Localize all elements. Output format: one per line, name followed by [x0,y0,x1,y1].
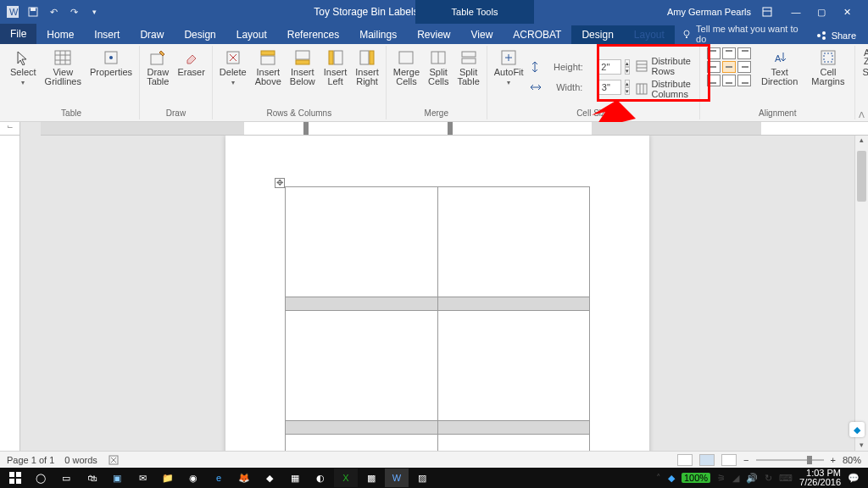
width-value[interactable]: 3" [602,82,610,92]
insert-right-button[interactable]: Insert Right [352,47,382,107]
word-taskbar-icon[interactable]: W [385,469,409,487]
table-row[interactable] [286,187,590,297]
tab-home[interactable]: Home [36,25,84,44]
keyboard-icon[interactable]: ⌨ [779,473,793,484]
tab-review[interactable]: Review [407,25,460,44]
redo-icon[interactable]: ↷ [68,6,80,18]
task-view-icon[interactable]: ▭ [54,469,78,487]
align-middle-left[interactable] [707,61,721,73]
zoom-slider[interactable] [756,459,824,461]
width-down[interactable]: ▾ [625,87,630,95]
width-up[interactable]: ▴ [625,80,630,87]
vertical-scrollbar[interactable]: ▴ ▾ [854,136,868,454]
zoom-level[interactable]: 80% [843,455,861,465]
ribbon-options-icon[interactable] [761,6,773,18]
explorer-icon[interactable]: 📁 [156,469,180,487]
insert-below-button[interactable]: Insert Below [287,47,319,107]
spellcheck-icon[interactable] [108,454,120,466]
share-button[interactable]: Share [804,27,868,44]
split-cells-button[interactable]: Split Cells [425,47,452,107]
scroll-thumb[interactable] [857,151,866,202]
align-top-left[interactable] [707,47,721,59]
tab-file[interactable]: File [0,24,36,44]
firefox-icon[interactable]: 🦊 [232,469,256,487]
close-button[interactable]: ✕ [834,0,860,24]
app5-icon[interactable]: ▩ [359,469,383,487]
clock-date[interactable]: 7/26/2016 [799,478,841,487]
word-count[interactable]: 0 words [64,455,97,465]
web-layout-button[interactable] [721,454,737,466]
app4-icon[interactable]: ◐ [309,469,332,487]
app2-icon[interactable]: ◆ [258,469,281,487]
tell-me[interactable]: Tell me what you want to do [682,24,804,44]
height-value[interactable]: 2" [601,62,609,72]
autofit-button[interactable]: AutoFit▾ [491,47,527,107]
maximize-button[interactable]: ▢ [809,0,834,24]
merge-cells-button[interactable]: Merge Cells [390,47,423,107]
collapse-ribbon-icon[interactable]: ᐱ [859,110,865,119]
tab-design[interactable]: Design [174,25,225,44]
eraser-button[interactable]: Eraser [174,47,208,107]
split-table-button[interactable]: Split Table [453,47,482,107]
wifi-icon[interactable]: ◢ [732,473,739,484]
tab-view[interactable]: View [461,25,504,44]
teamviewer-badge[interactable]: ◆ [849,422,865,437]
table-row[interactable] [286,311,590,421]
tab-insert[interactable]: Insert [84,25,130,44]
text-direction-button[interactable]: AText Direction [758,47,801,88]
ruler-vertical[interactable] [0,136,20,454]
height-spinner[interactable]: Height: 2" ▴▾ [529,58,632,75]
chrome-icon[interactable]: ◉ [181,469,205,487]
zoom-in-button[interactable]: + [831,455,836,465]
store-icon[interactable]: 🛍 [80,469,103,487]
notifications-icon[interactable]: 💬 [848,473,860,484]
document-canvas[interactable]: ✥ [20,136,854,454]
tab-layout[interactable]: Layout [226,25,277,44]
start-button[interactable] [3,469,27,487]
tab-table-layout[interactable]: Layout [624,25,675,44]
user-name[interactable]: Amy German Pearls [667,7,751,17]
minimize-button[interactable]: — [783,0,809,24]
cell-margins-button[interactable]: Cell Margins [808,47,848,88]
save-icon[interactable] [27,6,39,18]
height-up[interactable]: ▴ [625,59,630,67]
tab-references[interactable]: References [277,25,349,44]
ruler-horizontal[interactable] [41,122,868,136]
cortana-icon[interactable]: ◯ [29,469,53,487]
distribute-columns-button[interactable]: Distribute Columns [632,78,695,100]
distribute-rows-button[interactable]: Distribute Rows [632,55,695,77]
sync-icon[interactable]: ↻ [765,473,772,484]
teamviewer-icon[interactable]: ◆ [668,473,675,484]
properties-button[interactable]: Properties [86,47,136,107]
zoom-out-button[interactable]: − [743,455,748,465]
width-spinner[interactable]: Width: 3" ▴▾ [529,79,632,96]
undo-icon[interactable]: ↶ [47,6,59,18]
app-icon[interactable]: ▣ [105,469,129,487]
read-mode-button[interactable] [677,454,693,466]
sort-button[interactable]: AZSort [859,47,868,119]
edge-icon[interactable]: e [207,469,231,487]
tab-mailings[interactable]: Mailings [349,25,407,44]
align-top-right[interactable] [737,47,751,59]
align-bottom-center[interactable] [722,75,736,86]
align-bottom-right[interactable] [737,75,751,86]
app6-icon[interactable]: ▨ [410,469,434,487]
draw-table-button[interactable]: Draw Table [143,47,172,107]
select-button[interactable]: Select▾ [7,47,40,107]
label-table[interactable] [285,186,590,454]
scroll-up[interactable]: ▴ [855,136,868,149]
align-middle-right[interactable] [737,61,751,73]
network-icon[interactable]: ⚞ [717,473,726,484]
page-indicator[interactable]: Page 1 of 1 [7,455,54,465]
align-top-center[interactable] [722,47,736,59]
tray-up-icon[interactable]: ˄ [656,473,661,484]
mail-icon[interactable]: ✉ [131,469,154,487]
table-move-handle[interactable]: ✥ [275,178,285,188]
align-middle-center[interactable] [722,61,736,73]
tab-table-design[interactable]: Design [571,25,623,44]
height-down[interactable]: ▾ [625,67,630,75]
insert-above-button[interactable]: Insert Above [252,47,285,107]
delete-button[interactable]: Delete▾ [216,47,250,107]
qat-more-icon[interactable]: ▾ [88,6,100,18]
app3-icon[interactable]: ▦ [283,469,307,487]
